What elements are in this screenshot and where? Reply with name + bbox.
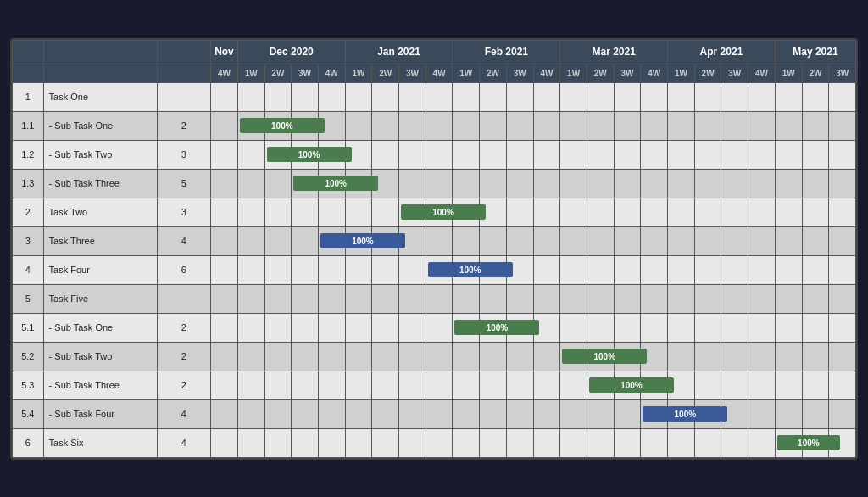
gantt-cell <box>694 82 721 111</box>
gantt-cell <box>480 399 507 428</box>
gantt-cell <box>399 169 426 198</box>
gantt-cell <box>560 313 587 342</box>
gantt-cell <box>264 342 292 371</box>
week-feb-1w: 1W <box>453 64 480 82</box>
table-row: 1Task One <box>13 82 856 111</box>
gantt-cell: 100% <box>426 255 453 284</box>
cell-duration: 2 <box>157 371 210 399</box>
gantt-cell <box>372 111 399 140</box>
gantt-cell <box>292 399 319 428</box>
cell-duration: 4 <box>157 226 210 255</box>
gantt-cell <box>748 226 776 255</box>
gantt-cell <box>318 428 345 457</box>
gantt-cell <box>237 82 264 111</box>
week-spacer-id <box>13 64 44 82</box>
month-feb: Feb 2021 <box>453 40 560 64</box>
cell-duration: 2 <box>157 342 210 371</box>
gantt-cell <box>426 313 453 342</box>
month-mar: Mar 2021 <box>560 40 668 64</box>
gantt-cell <box>641 284 668 313</box>
gantt-cell <box>668 198 695 226</box>
gantt-cell <box>211 371 238 399</box>
gantt-cell: 100% <box>587 371 614 399</box>
gantt-cell <box>560 226 587 255</box>
week-dec-2w: 2W <box>264 64 292 82</box>
gantt-cell <box>318 342 345 371</box>
month-apr: Apr 2021 <box>668 40 776 64</box>
table-row: 5.3- Sub Task Three2100% <box>13 371 856 399</box>
gantt-cell <box>345 371 372 399</box>
cell-name: Task Six <box>43 428 157 457</box>
gantt-cell <box>318 198 345 226</box>
cell-name: Task Three <box>43 226 157 255</box>
table-row: 1.3- Sub Task Three5100% <box>13 169 856 198</box>
gantt-cell <box>775 255 802 284</box>
gantt-cell <box>399 313 426 342</box>
gantt-cell <box>399 399 426 428</box>
cell-name: - Sub Task Two <box>43 140 157 169</box>
gantt-cell <box>237 342 264 371</box>
gantt-cell <box>372 428 399 457</box>
gantt-cell <box>721 284 748 313</box>
gantt-cell <box>506 169 533 198</box>
gantt-cell <box>345 428 372 457</box>
gantt-cell <box>668 342 695 371</box>
gantt-cell <box>614 82 641 111</box>
gantt-cell <box>318 371 345 399</box>
gantt-cell <box>506 198 533 226</box>
gantt-cell <box>480 82 507 111</box>
gantt-cell <box>533 399 560 428</box>
gantt-cell <box>292 255 319 284</box>
gantt-cell <box>829 169 856 198</box>
gantt-cell <box>480 342 507 371</box>
gantt-cell <box>560 82 587 111</box>
gantt-cell <box>506 111 533 140</box>
gantt-cell <box>533 198 560 226</box>
gantt-cell <box>237 226 264 255</box>
gantt-cell <box>264 255 292 284</box>
week-feb-3w: 3W <box>506 64 533 82</box>
gantt-cell <box>748 111 776 140</box>
week-dec-4w: 4W <box>318 64 345 82</box>
week-jan-3w: 3W <box>399 64 426 82</box>
week-spacer-dur <box>157 64 210 82</box>
gantt-cell <box>480 140 507 169</box>
week-nov-4w: 4W <box>211 64 238 82</box>
gantt-cell <box>506 140 533 169</box>
table-row: 5.2- Sub Task Two2100% <box>13 342 856 371</box>
week-apr-4w: 4W <box>748 64 776 82</box>
gantt-cell: 100% <box>237 111 264 140</box>
gantt-cell <box>721 342 748 371</box>
table-row: 4Task Four6100% <box>13 255 856 284</box>
gantt-cell <box>533 255 560 284</box>
gantt-cell <box>372 371 399 399</box>
gantt-cell <box>641 198 668 226</box>
week-spacer-name <box>43 64 157 82</box>
gantt-cell <box>480 428 507 457</box>
gantt-cell <box>748 82 776 111</box>
gantt-cell <box>345 255 372 284</box>
gantt-cell <box>775 169 802 198</box>
cell-id: 1.3 <box>13 169 44 198</box>
gantt-cell <box>211 255 238 284</box>
gantt-bar: 100% <box>401 204 486 220</box>
gantt-cell <box>426 284 453 313</box>
gantt-cell <box>533 371 560 399</box>
gantt-cell <box>587 428 614 457</box>
gantt-cell <box>694 226 721 255</box>
month-nov: Nov <box>211 40 238 64</box>
gantt-bar: 100% <box>643 406 727 422</box>
gantt-cell <box>372 198 399 226</box>
gantt-cell <box>426 140 453 169</box>
gantt-cell <box>345 82 372 111</box>
cell-name: - Sub Task Four <box>43 399 157 428</box>
gantt-cell <box>614 428 641 457</box>
table-row: 2Task Two3100% <box>13 198 856 226</box>
gantt-cell <box>614 226 641 255</box>
gantt-cell <box>292 342 319 371</box>
gantt-cell <box>614 198 641 226</box>
gantt-cell <box>292 313 319 342</box>
gantt-cell <box>829 111 856 140</box>
cell-name: Task One <box>43 82 157 111</box>
gantt-cell <box>775 226 802 255</box>
